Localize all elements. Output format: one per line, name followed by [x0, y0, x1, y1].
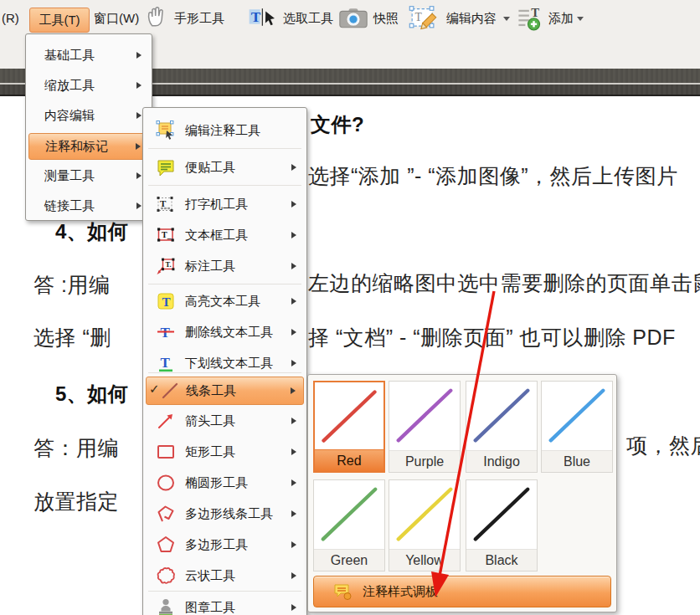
- typewriter-icon: T: [156, 194, 176, 214]
- menubar-item-partial[interactable]: (R): [2, 11, 19, 25]
- submenu-arrow-icon: [291, 479, 296, 486]
- swatch-label: Green: [314, 549, 384, 571]
- menu-item-label: 云状工具: [185, 568, 235, 584]
- menu-item-label: 缩放工具: [44, 78, 95, 94]
- submenu-arrow-icon: [291, 604, 296, 611]
- menu-item-label: 图章工具: [185, 600, 235, 615]
- add-icon[interactable]: T: [516, 5, 544, 32]
- menu-item-textbox[interactable]: T_ 文本框工具: [146, 223, 304, 248]
- menu-item-label: 线条工具: [186, 383, 236, 399]
- svg-text:T: T: [162, 295, 171, 309]
- menu-item-label: 链接工具: [44, 198, 95, 214]
- menu-item-cloud-tool[interactable]: 云状工具: [146, 563, 304, 588]
- menu-item-edit-annotation[interactable]: 编辑注释工具: [146, 118, 304, 143]
- submenu-arrow-icon: [291, 541, 296, 548]
- swatch-label: Purple: [389, 450, 460, 472]
- pdf-editor-window: (R) 工具(T) 窗口(W) 手形工具 T 选取工具 快照 T 编辑内: [0, 0, 700, 615]
- palette-note-icon: [332, 582, 353, 602]
- annotation-style-palette-button[interactable]: 注释样式调板: [313, 576, 611, 607]
- submenu-arrow-icon: [291, 572, 296, 579]
- doc-heading-fragment: 文件?: [311, 111, 364, 138]
- menu-item-zoom-tools[interactable]: 缩放工具: [28, 73, 149, 98]
- swatch-indigo[interactable]: Indigo: [466, 381, 538, 473]
- menu-item-label: 箭头工具: [185, 413, 235, 429]
- arrow-tool-icon: [156, 411, 176, 431]
- menu-separator: [148, 185, 301, 186]
- select-tool-button[interactable]: 选取工具: [283, 11, 333, 27]
- doc-text-fragment: 答：用编: [33, 434, 119, 462]
- menu-item-polygon-tool[interactable]: 多边形工具: [146, 532, 304, 557]
- swatch-label: Yellow: [389, 549, 460, 571]
- menu-item-sticky-note[interactable]: 便贴工具: [146, 155, 304, 180]
- snapshot-camera-icon[interactable]: [337, 7, 369, 30]
- stamp-icon: [156, 597, 176, 615]
- menu-separator: [148, 148, 301, 149]
- doc-text-fragment: 答 :用编: [33, 271, 110, 299]
- menu-item-label: 标注工具: [185, 259, 235, 274]
- menu-item-measure-tools[interactable]: 测量工具: [28, 163, 149, 188]
- swatch-purple[interactable]: Purple: [389, 381, 461, 473]
- polygon-icon: [156, 535, 176, 555]
- swatch-label: Blue: [542, 450, 612, 472]
- menu-item-label: 测量工具: [44, 168, 95, 184]
- menu-item-ellipse-tool[interactable]: 椭圆形工具: [146, 470, 304, 495]
- doc-heading-4: 4、如何: [55, 218, 128, 245]
- menu-item-callout[interactable]: T. 标注工具: [146, 254, 304, 279]
- add-button[interactable]: 添加: [548, 11, 574, 27]
- submenu-arrow-icon: [291, 298, 296, 305]
- submenu-arrow-icon: [291, 360, 296, 366]
- polyline-icon: [156, 504, 176, 524]
- menu-item-link-tools[interactable]: 链接工具: [28, 193, 149, 218]
- svg-text:T_: T_: [162, 230, 172, 239]
- menu-item-label: 编辑注释工具: [185, 123, 260, 139]
- menu-item-highlight-text[interactable]: T 高亮文本工具: [146, 289, 304, 314]
- svg-text:T: T: [161, 355, 171, 371]
- swatch-yellow[interactable]: Yellow: [389, 479, 461, 571]
- add-dropdown-caret[interactable]: [577, 17, 584, 21]
- menubar-item-window[interactable]: 窗口(W): [94, 11, 139, 27]
- menu-item-content-edit[interactable]: 内容编辑: [28, 103, 149, 128]
- menu-separator: [148, 591, 301, 592]
- line-icon: [160, 381, 180, 401]
- swatch-green[interactable]: Green: [313, 479, 385, 571]
- doc-text-fragment: 项，然后: [626, 432, 700, 459]
- menu-item-stamp-tool[interactable]: 图章工具: [146, 595, 304, 615]
- doc-text-fragment: 择 “文档” - “删除页面” 也可以删除 PDF: [308, 324, 676, 351]
- menu-item-rectangle-tool[interactable]: 矩形工具: [146, 439, 304, 464]
- hand-tool-icon[interactable]: [144, 5, 167, 28]
- submenu-arrow-icon: [291, 201, 296, 208]
- underline-text-icon: T: [156, 353, 176, 373]
- edit-content-button[interactable]: 编辑内容: [446, 11, 497, 27]
- swatch-label: Indigo: [466, 450, 537, 472]
- select-tool-icon[interactable]: T: [248, 7, 280, 28]
- menu-item-typewriter[interactable]: T 打字机工具: [146, 192, 304, 217]
- menu-item-polyline-tool[interactable]: 多边形线条工具: [146, 501, 304, 526]
- svg-text:T: T: [160, 198, 167, 208]
- swatch-red[interactable]: Red: [313, 381, 385, 473]
- menu-item-label: 椭圆形工具: [185, 475, 248, 491]
- edit-content-icon[interactable]: T: [408, 5, 441, 32]
- menu-item-arrow-tool[interactable]: 箭头工具: [146, 408, 304, 433]
- svg-text:T: T: [531, 6, 539, 19]
- swatch-black[interactable]: Black: [466, 479, 538, 571]
- menu-item-label: 内容编辑: [44, 108, 95, 124]
- menu-item-basic-tools[interactable]: 基础工具: [28, 43, 149, 68]
- checkmark-icon: ✓: [149, 382, 160, 397]
- tools-dropdown-menu: 基础工具 缩放工具 内容编辑 注释和标记 测量工具 链接工具: [25, 33, 152, 221]
- swatch-blue[interactable]: Blue: [541, 381, 613, 473]
- hand-tool-button[interactable]: 手形工具: [174, 11, 224, 27]
- edit-content-dropdown-caret[interactable]: [503, 17, 510, 21]
- snapshot-button[interactable]: 快照: [373, 11, 399, 27]
- menu-item-line-tool[interactable]: ✓ 线条工具: [146, 377, 304, 405]
- menu-item-strikeout-text[interactable]: T 删除线文本工具: [146, 320, 304, 345]
- menu-item-annotation-markup[interactable]: 注释和标记: [28, 133, 149, 160]
- submenu-arrow-icon: [291, 418, 296, 424]
- submenu-arrow-icon: [136, 202, 142, 209]
- svg-text:T: T: [251, 9, 261, 25]
- menu-item-label: 多边形工具: [185, 537, 248, 553]
- menu-item-label: 基础工具: [44, 48, 95, 64]
- callout-icon: T.: [156, 256, 176, 276]
- doc-text-fragment: 放置指定: [33, 488, 119, 515]
- menubar-item-tools[interactable]: 工具(T): [29, 8, 90, 33]
- strikeout-text-icon: T: [156, 322, 176, 342]
